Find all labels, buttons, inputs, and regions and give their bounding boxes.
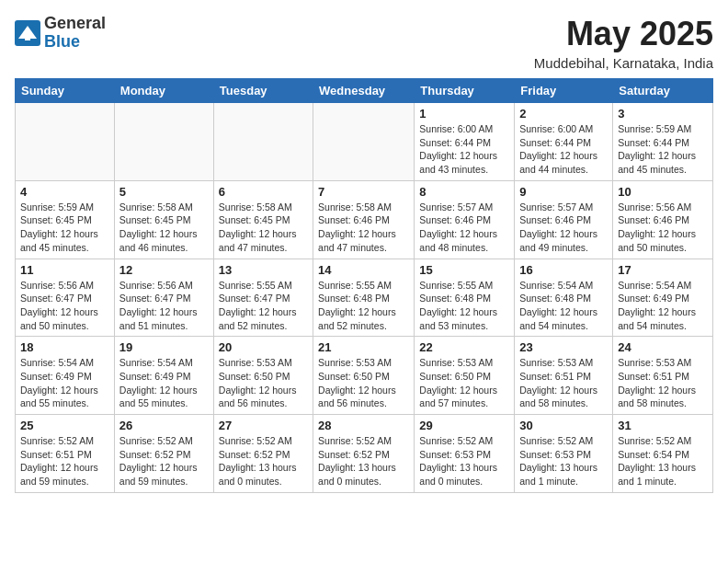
day-number: 16 <box>519 263 608 277</box>
day-info: Sunrise: 5:52 AM Sunset: 6:53 PM Dayligh… <box>419 434 509 488</box>
calendar-cell <box>114 103 213 181</box>
header-cell-friday: Friday <box>515 79 613 103</box>
header-cell-monday: Monday <box>114 79 213 103</box>
calendar-cell: 9Sunrise: 5:57 AM Sunset: 6:46 PM Daylig… <box>515 180 613 259</box>
calendar-cell: 16Sunrise: 5:54 AM Sunset: 6:48 PM Dayli… <box>515 259 613 337</box>
day-info: Sunrise: 5:52 AM Sunset: 6:51 PM Dayligh… <box>20 434 109 488</box>
day-number: 17 <box>618 263 708 277</box>
calendar-cell: 19Sunrise: 5:54 AM Sunset: 6:49 PM Dayli… <box>114 337 213 415</box>
day-number: 9 <box>519 185 608 199</box>
day-info: Sunrise: 5:59 AM Sunset: 6:45 PM Dayligh… <box>20 201 109 255</box>
day-info: Sunrise: 5:54 AM Sunset: 6:49 PM Dayligh… <box>20 356 109 410</box>
calendar-cell: 23Sunrise: 5:53 AM Sunset: 6:51 PM Dayli… <box>515 337 613 415</box>
day-number: 11 <box>20 263 109 277</box>
day-info: Sunrise: 5:58 AM Sunset: 6:45 PM Dayligh… <box>219 201 308 255</box>
calendar-cell: 25Sunrise: 5:52 AM Sunset: 6:51 PM Dayli… <box>16 415 115 493</box>
calendar-cell: 31Sunrise: 5:52 AM Sunset: 6:54 PM Dayli… <box>613 415 713 493</box>
day-info: Sunrise: 5:53 AM Sunset: 6:50 PM Dayligh… <box>318 356 409 410</box>
week-row-1: 1Sunrise: 6:00 AM Sunset: 6:44 PM Daylig… <box>16 103 713 181</box>
day-number: 29 <box>419 419 509 432</box>
day-info: Sunrise: 5:53 AM Sunset: 6:50 PM Dayligh… <box>219 356 308 410</box>
calendar: SundayMondayTuesdayWednesdayThursdayFrid… <box>15 78 713 493</box>
calendar-cell <box>313 103 415 181</box>
day-info: Sunrise: 5:55 AM Sunset: 6:48 PM Dayligh… <box>419 279 509 333</box>
day-number: 20 <box>219 340 308 354</box>
header-cell-saturday: Saturday <box>613 79 713 103</box>
calendar-cell: 1Sunrise: 6:00 AM Sunset: 6:44 PM Daylig… <box>415 103 515 181</box>
day-number: 6 <box>219 185 308 199</box>
calendar-cell: 28Sunrise: 5:52 AM Sunset: 6:52 PM Dayli… <box>313 415 415 493</box>
day-number: 7 <box>318 185 409 199</box>
day-number: 3 <box>618 107 708 121</box>
calendar-cell: 11Sunrise: 5:56 AM Sunset: 6:47 PM Dayli… <box>16 259 115 337</box>
calendar-cell: 17Sunrise: 5:54 AM Sunset: 6:49 PM Dayli… <box>613 259 713 337</box>
calendar-cell: 5Sunrise: 5:58 AM Sunset: 6:45 PM Daylig… <box>114 180 213 259</box>
logo-text: General Blue <box>44 15 106 52</box>
day-info: Sunrise: 5:56 AM Sunset: 6:46 PM Dayligh… <box>618 201 708 255</box>
day-number: 28 <box>318 419 409 432</box>
calendar-cell: 22Sunrise: 5:53 AM Sunset: 6:50 PM Dayli… <box>415 337 515 415</box>
header-cell-wednesday: Wednesday <box>313 79 415 103</box>
calendar-cell: 6Sunrise: 5:58 AM Sunset: 6:45 PM Daylig… <box>213 180 313 259</box>
week-row-4: 18Sunrise: 5:54 AM Sunset: 6:49 PM Dayli… <box>16 337 713 415</box>
calendar-cell: 15Sunrise: 5:55 AM Sunset: 6:48 PM Dayli… <box>415 259 515 337</box>
logo-general: General <box>44 15 106 33</box>
day-info: Sunrise: 5:52 AM Sunset: 6:52 PM Dayligh… <box>318 434 409 488</box>
day-number: 22 <box>419 340 509 354</box>
calendar-cell: 27Sunrise: 5:52 AM Sunset: 6:52 PM Dayli… <box>213 415 313 493</box>
calendar-cell: 13Sunrise: 5:55 AM Sunset: 6:47 PM Dayli… <box>213 259 313 337</box>
day-info: Sunrise: 5:54 AM Sunset: 6:49 PM Dayligh… <box>119 356 209 410</box>
calendar-cell: 21Sunrise: 5:53 AM Sunset: 6:50 PM Dayli… <box>313 337 415 415</box>
logo-blue: Blue <box>44 33 106 52</box>
day-number: 18 <box>20 340 109 354</box>
calendar-cell: 26Sunrise: 5:52 AM Sunset: 6:52 PM Dayli… <box>114 415 213 493</box>
day-info: Sunrise: 5:53 AM Sunset: 6:51 PM Dayligh… <box>519 356 608 410</box>
calendar-cell: 4Sunrise: 5:59 AM Sunset: 6:45 PM Daylig… <box>16 180 115 259</box>
week-row-3: 11Sunrise: 5:56 AM Sunset: 6:47 PM Dayli… <box>16 259 713 337</box>
title-area: May 2025 Muddebihal, Karnataka, India <box>534 15 713 71</box>
day-number: 14 <box>318 263 409 277</box>
day-info: Sunrise: 5:53 AM Sunset: 6:50 PM Dayligh… <box>419 356 509 410</box>
day-info: Sunrise: 5:56 AM Sunset: 6:47 PM Dayligh… <box>119 279 209 333</box>
day-number: 2 <box>519 107 608 121</box>
location: Muddebihal, Karnataka, India <box>534 55 713 71</box>
calendar-cell <box>213 103 313 181</box>
calendar-cell: 12Sunrise: 5:56 AM Sunset: 6:47 PM Dayli… <box>114 259 213 337</box>
calendar-header: SundayMondayTuesdayWednesdayThursdayFrid… <box>16 79 713 103</box>
logo-icon <box>15 20 40 46</box>
day-info: Sunrise: 5:55 AM Sunset: 6:47 PM Dayligh… <box>219 279 308 333</box>
day-number: 23 <box>519 340 608 354</box>
day-info: Sunrise: 5:52 AM Sunset: 6:52 PM Dayligh… <box>119 434 209 488</box>
day-info: Sunrise: 5:55 AM Sunset: 6:48 PM Dayligh… <box>318 279 409 333</box>
calendar-cell: 29Sunrise: 5:52 AM Sunset: 6:53 PM Dayli… <box>415 415 515 493</box>
calendar-cell: 30Sunrise: 5:52 AM Sunset: 6:53 PM Dayli… <box>515 415 613 493</box>
day-number: 5 <box>119 185 209 199</box>
day-info: Sunrise: 5:58 AM Sunset: 6:45 PM Dayligh… <box>119 201 209 255</box>
day-number: 4 <box>20 185 109 199</box>
calendar-cell: 10Sunrise: 5:56 AM Sunset: 6:46 PM Dayli… <box>613 180 713 259</box>
calendar-cell: 18Sunrise: 5:54 AM Sunset: 6:49 PM Dayli… <box>16 337 115 415</box>
day-info: Sunrise: 6:00 AM Sunset: 6:44 PM Dayligh… <box>519 122 608 177</box>
day-info: Sunrise: 5:57 AM Sunset: 6:46 PM Dayligh… <box>519 201 608 255</box>
calendar-cell: 2Sunrise: 6:00 AM Sunset: 6:44 PM Daylig… <box>515 103 613 181</box>
header-cell-tuesday: Tuesday <box>213 79 313 103</box>
calendar-body: 1Sunrise: 6:00 AM Sunset: 6:44 PM Daylig… <box>16 103 713 493</box>
day-info: Sunrise: 5:52 AM Sunset: 6:52 PM Dayligh… <box>219 434 308 488</box>
day-number: 8 <box>419 185 509 199</box>
week-row-2: 4Sunrise: 5:59 AM Sunset: 6:45 PM Daylig… <box>16 180 713 259</box>
day-number: 24 <box>618 340 708 354</box>
header-cell-thursday: Thursday <box>415 79 515 103</box>
day-number: 1 <box>419 107 509 121</box>
week-row-5: 25Sunrise: 5:52 AM Sunset: 6:51 PM Dayli… <box>16 415 713 493</box>
day-info: Sunrise: 5:56 AM Sunset: 6:47 PM Dayligh… <box>20 279 109 333</box>
calendar-cell: 20Sunrise: 5:53 AM Sunset: 6:50 PM Dayli… <box>213 337 313 415</box>
day-number: 25 <box>20 419 109 432</box>
day-info: Sunrise: 5:58 AM Sunset: 6:46 PM Dayligh… <box>318 201 409 255</box>
day-number: 13 <box>219 263 308 277</box>
calendar-cell <box>16 103 115 181</box>
day-info: Sunrise: 6:00 AM Sunset: 6:44 PM Dayligh… <box>419 122 509 177</box>
day-info: Sunrise: 5:54 AM Sunset: 6:49 PM Dayligh… <box>618 279 708 333</box>
calendar-cell: 24Sunrise: 5:53 AM Sunset: 6:51 PM Dayli… <box>613 337 713 415</box>
logo: General Blue <box>15 15 106 52</box>
day-info: Sunrise: 5:52 AM Sunset: 6:53 PM Dayligh… <box>519 434 608 488</box>
